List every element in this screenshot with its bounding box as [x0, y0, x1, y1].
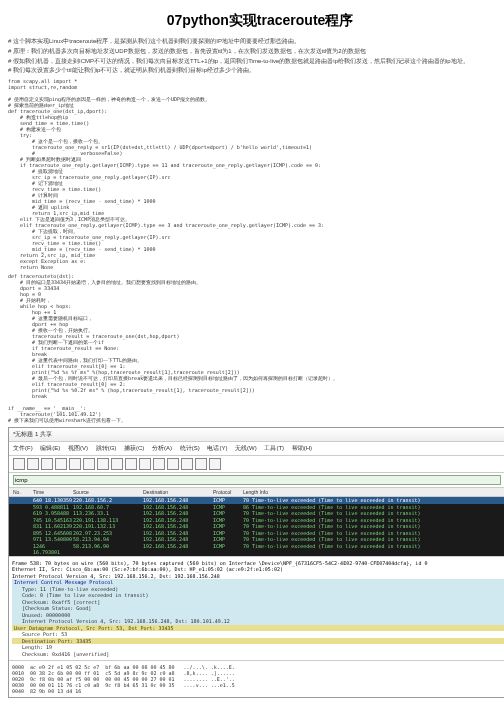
packet-header: No. Time Source Destination Protocol Len… — [9, 488, 504, 497]
tool-btn[interactable] — [13, 458, 25, 470]
intro-p2: # 原理：我们的机器多次向目标地址发送UDP数据包，发送的数据包，首先设置ttl… — [8, 48, 504, 56]
page-title: 07python实现traceroute程序 — [8, 12, 504, 30]
filter-input[interactable] — [13, 475, 501, 485]
menu-file[interactable]: 文件(F) — [13, 445, 33, 451]
packet-list[interactable]: 640 18.130359220.168.156.2192.168.156.24… — [9, 497, 504, 556]
hex-line: 0040 82 9b 00 13 d4 16 — [12, 688, 81, 694]
menu-stats[interactable]: 统计(S) — [180, 445, 200, 451]
menu-go[interactable]: 跳转(G) — [96, 445, 117, 451]
packet-detail[interactable]: Frame 538: 70 bytes on wire (560 bits), … — [9, 556, 504, 661]
window-titlebar: *无标题 1 共享 — [9, 428, 504, 442]
tool-btn[interactable] — [55, 458, 67, 470]
intro-p4: # 我们每次设置多少个ttl能让我们ip不可达，就证明从我们机器到我们目标ip经… — [8, 67, 504, 75]
code-block-1: from scapy.all import * import struct,re… — [8, 78, 504, 270]
tool-btn[interactable] — [139, 458, 151, 470]
wireshark-window: *无标题 1 共享 文件(F) 编辑(E) 视图(V) 跳转(G) 捕获(C) … — [8, 427, 504, 698]
tool-btn[interactable] — [153, 458, 165, 470]
tool-btn[interactable] — [181, 458, 193, 470]
col-no[interactable]: No. — [13, 489, 33, 495]
tool-btn[interactable] — [195, 458, 207, 470]
hex-pane[interactable]: 0000 ac e9 2f e1 05 02 5c e7 bf 6b aa 00… — [9, 660, 504, 697]
tool-btn[interactable] — [167, 458, 179, 470]
menu-capture[interactable]: 捕获(C) — [124, 445, 144, 451]
tool-btn[interactable] — [111, 458, 123, 470]
col-src[interactable]: Source — [73, 489, 143, 495]
detail-udp-chk: Checksum: 0xd416 [unverified] — [12, 651, 504, 658]
intro-p3: # 假如我们机器，直接走到ICMP不可达的情况，我们每次向目标发送TTL+1的i… — [8, 58, 504, 66]
menu-tools[interactable]: 工具(T) — [264, 445, 284, 451]
menu-help[interactable]: 帮助(H) — [292, 445, 312, 451]
tool-btn[interactable] — [69, 458, 81, 470]
menu-tel[interactable]: 电话(Y) — [207, 445, 227, 451]
packet-row[interactable]: 1246 16.79380158.213.96.90192.168.156.24… — [9, 543, 504, 556]
menu-analyze[interactable]: 分析(A) — [152, 445, 172, 451]
menubar[interactable]: 文件(F) 编辑(E) 视图(V) 跳转(G) 捕获(C) 分析(A) 统计(S… — [9, 442, 504, 456]
code-block-2: def tracerouteto(dst): # 目的端口是33434开始递增，… — [8, 273, 504, 423]
menu-edit[interactable]: 编辑(E) — [40, 445, 60, 451]
col-info[interactable]: Length Info — [243, 489, 504, 495]
menu-view[interactable]: 视图(V) — [68, 445, 88, 451]
tool-btn[interactable] — [125, 458, 137, 470]
intro-p1: # 这个脚本实现Linux中traceroute程序，是探测从我们这个机器到我们… — [8, 38, 504, 46]
tool-btn[interactable] — [41, 458, 53, 470]
tool-btn[interactable] — [97, 458, 109, 470]
intro-block: # 这个脚本实现Linux中traceroute程序，是探测从我们这个机器到我们… — [8, 38, 504, 75]
menu-wireless[interactable]: 无线(W) — [235, 445, 257, 451]
toolbar — [9, 456, 504, 473]
col-proto[interactable]: Protocol — [213, 489, 243, 495]
tool-btn[interactable] — [209, 458, 221, 470]
tool-btn[interactable] — [83, 458, 95, 470]
filter-bar — [9, 473, 504, 488]
col-time[interactable]: Time — [33, 489, 73, 495]
tool-btn[interactable] — [27, 458, 39, 470]
col-dst[interactable]: Destination — [143, 489, 213, 495]
